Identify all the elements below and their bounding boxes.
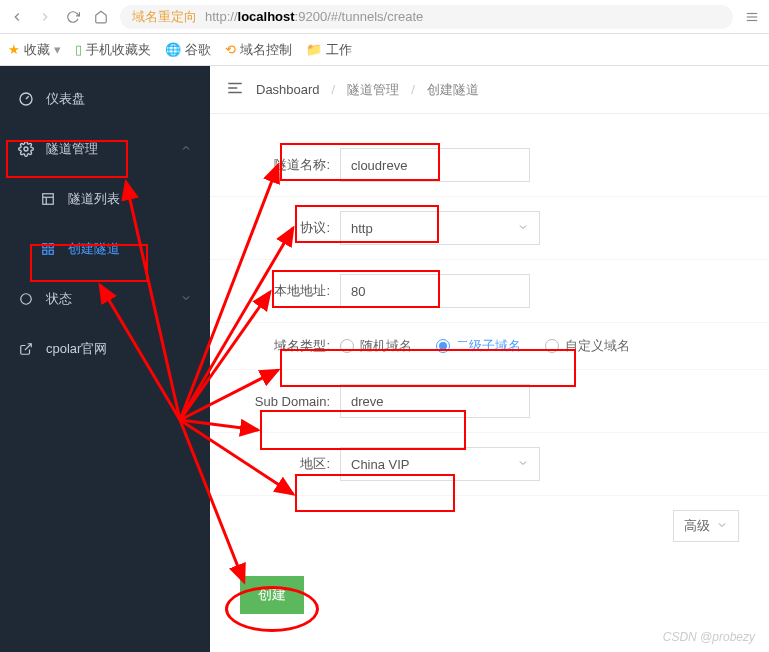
sidebar-item-official[interactable]: cpolar官网: [0, 324, 210, 374]
label-domain-type: 域名类型:: [240, 337, 340, 355]
radio-sub-domain[interactable]: 二级子域名: [436, 337, 521, 355]
bookmark-fav[interactable]: ★收藏▾: [8, 41, 61, 59]
gear-icon: [18, 141, 34, 157]
svg-point-12: [21, 294, 32, 305]
mobile-icon: ▯: [75, 42, 82, 57]
star-icon: ★: [8, 42, 20, 57]
menu-toggle-icon[interactable]: [226, 79, 244, 100]
grid-icon: [40, 241, 56, 257]
row-domain-type: 域名类型: 随机域名 二级子域名 自定义域名: [210, 323, 769, 370]
create-button[interactable]: 创建: [240, 576, 304, 614]
svg-point-4: [24, 147, 28, 151]
svg-rect-10: [49, 250, 53, 254]
sidebar-item-create-tunnel[interactable]: 创建隧道: [0, 224, 210, 274]
globe-icon: 🌐: [165, 42, 181, 57]
gauge-icon: [18, 91, 34, 107]
sidebar-item-label: 隧道管理: [46, 140, 98, 158]
external-link-icon: [18, 341, 34, 357]
row-local: 本地地址:: [210, 260, 769, 323]
forward-icon[interactable]: [36, 8, 54, 26]
folder-icon: 📁: [306, 42, 322, 57]
breadcrumb-dashboard[interactable]: Dashboard: [256, 82, 320, 97]
label-name: 隧道名称:: [240, 156, 340, 174]
address-bar[interactable]: 域名重定向 http://localhost:9200/#/tunnels/cr…: [120, 5, 733, 29]
svg-line-13: [25, 344, 31, 350]
select-protocol[interactable]: http: [340, 211, 540, 245]
sidebar-item-label: 状态: [46, 290, 72, 308]
radio-random-domain[interactable]: 随机域名: [340, 337, 412, 355]
sidebar-item-label: 隧道列表: [68, 190, 120, 208]
watermark: CSDN @probezy: [663, 630, 755, 644]
chevron-down-icon: [716, 519, 728, 534]
sidebar-item-dashboard[interactable]: 仪表盘: [0, 74, 210, 124]
label-region: 地区:: [240, 455, 340, 473]
sidebar-item-tunnels[interactable]: 隧道管理: [0, 124, 210, 174]
chevron-down-icon: [180, 292, 192, 307]
bookmark-mobile[interactable]: ▯手机收藏夹: [75, 41, 151, 59]
home-icon[interactable]: [92, 8, 110, 26]
svg-rect-5: [43, 194, 54, 205]
row-subdomain: Sub Domain:: [210, 370, 769, 433]
circle-icon: [18, 291, 34, 307]
url-text: http://localhost:9200/#/tunnels/create: [205, 9, 423, 24]
breadcrumb-sep: /: [332, 82, 336, 97]
sidebar-item-label: 创建隧道: [68, 240, 120, 258]
radio-group-domain: 随机域名 二级子域名 自定义域名: [340, 337, 630, 355]
breadcrumb-create: 创建隧道: [427, 81, 479, 99]
label-local: 本地地址:: [240, 282, 340, 300]
bookmark-google[interactable]: 🌐谷歌: [165, 41, 211, 59]
input-local-address[interactable]: [340, 274, 530, 308]
tunnel-form: 隧道名称: 协议: http 本地地址: 域名类型: 随机域名 二级子域名: [210, 114, 769, 652]
input-subdomain[interactable]: [340, 384, 530, 418]
list-icon: [40, 191, 56, 207]
svg-rect-11: [43, 250, 47, 254]
bookmark-work[interactable]: 📁工作: [306, 41, 352, 59]
select-region[interactable]: China VIP: [340, 447, 540, 481]
sidebar-item-tunnel-list[interactable]: 隧道列表: [0, 174, 210, 224]
bookmark-domain[interactable]: ⟲域名控制: [225, 41, 292, 59]
breadcrumb-tunnels[interactable]: 隧道管理: [347, 81, 399, 99]
sidebar-item-status[interactable]: 状态: [0, 274, 210, 324]
chevron-down-icon: [517, 457, 529, 472]
label-subdomain: Sub Domain:: [240, 394, 340, 409]
browser-nav-bar: 域名重定向 http://localhost:9200/#/tunnels/cr…: [0, 0, 769, 34]
redirect-badge: 域名重定向: [132, 8, 197, 26]
menu-icon[interactable]: [743, 8, 761, 26]
back-icon[interactable]: [8, 8, 26, 26]
input-tunnel-name[interactable]: [340, 148, 530, 182]
breadcrumb-sep: /: [411, 82, 415, 97]
chevron-down-icon: [517, 221, 529, 236]
advanced-button[interactable]: 高级: [673, 510, 739, 542]
sidebar-item-label: 仪表盘: [46, 90, 85, 108]
topbar: Dashboard / 隧道管理 / 创建隧道: [210, 66, 769, 114]
row-advanced: 高级: [210, 496, 769, 556]
svg-rect-8: [43, 244, 47, 248]
row-protocol: 协议: http: [210, 197, 769, 260]
row-submit: 创建: [210, 556, 769, 634]
row-region: 地区: China VIP: [210, 433, 769, 496]
sidebar: 仪表盘 隧道管理 隧道列表 创建隧道 状态 cpolar官网: [0, 66, 210, 652]
radio-custom-domain[interactable]: 自定义域名: [545, 337, 630, 355]
bookmark-bar: ★收藏▾ ▯手机收藏夹 🌐谷歌 ⟲域名控制 📁工作: [0, 34, 769, 66]
row-name: 隧道名称:: [210, 134, 769, 197]
chevron-up-icon: [180, 142, 192, 157]
main-content: Dashboard / 隧道管理 / 创建隧道 隧道名称: 协议: http 本…: [210, 66, 769, 652]
label-protocol: 协议:: [240, 219, 340, 237]
svg-rect-9: [49, 244, 53, 248]
reload-icon[interactable]: [64, 8, 82, 26]
sidebar-item-label: cpolar官网: [46, 340, 107, 358]
link-icon: ⟲: [225, 42, 236, 57]
